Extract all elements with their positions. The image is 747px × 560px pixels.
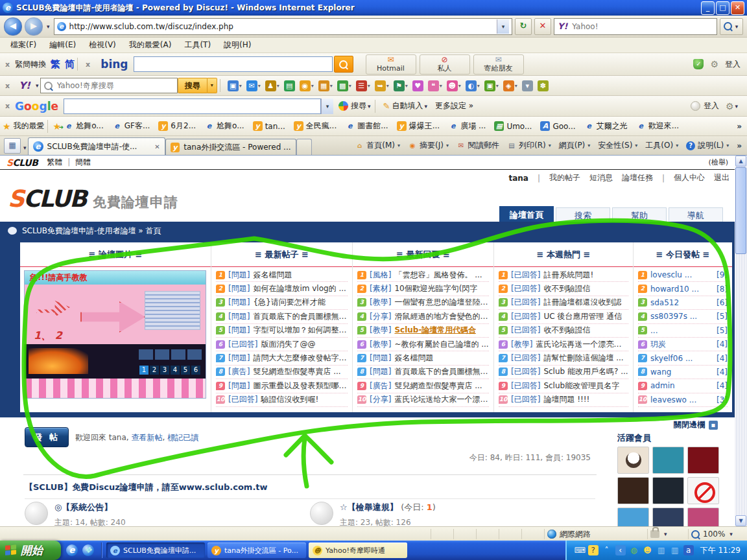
toolbar-icon[interactable]: ◈▾ bbox=[503, 80, 517, 91]
poster-name[interactable]: admin bbox=[650, 381, 675, 390]
command-dropdown-icon[interactable]: ▾ bbox=[635, 143, 637, 148]
post-title[interactable]: Sclub 能改用戶名嗎? ... bbox=[543, 366, 628, 377]
yahoo-search-box[interactable]: Y! bbox=[554, 18, 717, 35]
search-options-dropdown-icon[interactable]: ▾ bbox=[734, 23, 740, 30]
close-sidebar-control[interactable]: 關閉邊欄 ▪ bbox=[674, 419, 718, 430]
post-title[interactable]: 版面消失了@@ bbox=[261, 339, 315, 350]
command-button[interactable]: ◉摘要(J)▾ bbox=[404, 138, 453, 154]
menu-item[interactable]: 工具(T) bbox=[178, 38, 217, 52]
slideshow-page-button[interactable]: 6 bbox=[191, 366, 200, 375]
post-title[interactable]: 滑鼠經過的地方會變色的 ... bbox=[394, 311, 489, 322]
slideshow-page-button[interactable]: 5 bbox=[181, 366, 190, 375]
yahoo-logo[interactable]: Y! bbox=[15, 80, 34, 91]
command-dropdown-icon[interactable]: ▾ bbox=[397, 143, 400, 148]
board-name[interactable]: 【檢舉違規】 bbox=[348, 502, 398, 512]
my-posts-link[interactable]: 我的帖子 bbox=[549, 172, 580, 183]
new-post-button[interactable]: 發 帖 bbox=[25, 427, 69, 447]
yahoo-logo-dropdown-icon[interactable]: ▾ bbox=[34, 82, 40, 89]
url-dropdown-icon[interactable]: ▾ bbox=[497, 19, 509, 34]
menu-item[interactable]: 檔案(F) bbox=[4, 38, 43, 52]
member-avatar[interactable] bbox=[687, 477, 719, 504]
toolbar-icon[interactable]: ◉▾ bbox=[300, 80, 314, 91]
poster-list-item[interactable]: 10leaveswo ...[3] bbox=[638, 393, 728, 407]
post-list-item[interactable]: 2[素材]10個歡迎光臨字句(閃字 bbox=[357, 282, 489, 296]
refresh-button[interactable]: ↻ bbox=[515, 18, 532, 35]
toolbar-icon-dropdown[interactable]: ▾ bbox=[311, 83, 314, 89]
tab-active[interactable]: e SCLUB免費論壇申請-使... ✕ bbox=[28, 137, 165, 155]
toolbar-icon[interactable]: ▣▾ bbox=[228, 80, 242, 91]
taskbar-window-button[interactable]: ytana外掛交流區 - Po... bbox=[208, 542, 306, 558]
tray-icon[interactable]: ⌨ bbox=[575, 545, 585, 555]
slideshow-page-button[interactable]: 4 bbox=[171, 366, 180, 375]
post-list-item[interactable]: 9[廣告]雙兒網造型假髮專賣店 ... bbox=[357, 379, 489, 393]
zoom-level[interactable]: 100% bbox=[703, 530, 725, 539]
favorite-item[interactable]: AGoo... bbox=[540, 121, 575, 131]
command-dropdown-icon[interactable]: ▾ bbox=[676, 143, 678, 148]
post-list-item[interactable]: 3[教學]一個蠻有意思的論壇登陸 ... bbox=[357, 296, 489, 310]
tab-close-icon[interactable]: ✕ bbox=[154, 143, 160, 150]
close-bing-toolbar-icon[interactable]: x bbox=[80, 60, 95, 69]
quick-launch-icon[interactable]: ❖ bbox=[82, 544, 94, 556]
minimize-button[interactable]: _ bbox=[701, 1, 715, 15]
stop-button[interactable]: ✕ bbox=[534, 18, 551, 35]
command-button[interactable]: ?說明(L)▾ bbox=[682, 138, 733, 154]
protected-mode-dropdown-icon[interactable]: ▾ bbox=[663, 531, 669, 537]
post-title[interactable]: 簽名檔問題 bbox=[394, 353, 433, 364]
tab-list-dropdown-icon[interactable]: ▾ bbox=[22, 145, 28, 151]
toolbar-icon[interactable]: ▾ bbox=[522, 80, 533, 91]
command-button[interactable]: 工具(O)▾ bbox=[641, 138, 682, 154]
poster-list-item[interactable]: 4ss80397s ...[5] bbox=[638, 310, 728, 323]
scroll-down-button[interactable]: ▼ bbox=[735, 515, 746, 526]
poster-name[interactable]: wang bbox=[650, 368, 671, 377]
start-button[interactable]: 開始 bbox=[0, 541, 61, 560]
command-button[interactable]: ✉閱讀郵件 bbox=[453, 138, 503, 154]
poster-list-item[interactable]: 2howard10 ...[8] bbox=[638, 282, 728, 296]
msn-toolbar-button[interactable]: ⊘私人 bbox=[420, 54, 470, 75]
post-list-item[interactable]: 5[已回答]收不到驗證信 bbox=[499, 324, 628, 338]
security-shield-icon[interactable]: ✓ bbox=[693, 59, 704, 69]
lang-traditional-link[interactable]: 繁體 bbox=[47, 158, 62, 167]
post-list-item[interactable]: 9[問題]圖示重疊以及發表類型哪 ... bbox=[216, 379, 348, 393]
breadcrumb[interactable]: SCLUB免費論壇申請-使用者論壇 » 首頁 bbox=[22, 226, 161, 237]
taskbar-window-button[interactable]: ☻Yahoo!奇摩即時通 bbox=[309, 542, 407, 558]
poster-name[interactable]: 玥炭 bbox=[650, 339, 666, 350]
post-list-item[interactable]: 7[已回答]請幫忙刪除這個論壇 ... bbox=[499, 351, 628, 365]
command-dropdown-icon[interactable]: ▾ bbox=[587, 143, 590, 148]
command-button[interactable]: 網頁(P)▾ bbox=[555, 138, 595, 154]
toolbar-icon[interactable]: ☰▾ bbox=[356, 80, 370, 91]
menu-item[interactable]: 我的最愛(A) bbox=[123, 38, 178, 52]
tab-second[interactable]: y tana外掛交流區 - Powered ... bbox=[165, 139, 296, 155]
scroll-up-button[interactable]: ▲ bbox=[735, 156, 746, 167]
favorite-item[interactable]: e廣場 ... bbox=[448, 121, 486, 132]
favorites-star-icon[interactable]: ★ bbox=[3, 121, 11, 132]
msn-toolbar-button[interactable]: ✉Hotmail bbox=[366, 54, 416, 75]
toolbar-icon[interactable]: ▣▾ bbox=[484, 80, 499, 91]
favorite-item[interactable]: ytan... bbox=[253, 121, 285, 131]
post-list-item[interactable]: 2[問題]如何在論壇放im vlog的 ... bbox=[216, 282, 348, 296]
poster-name[interactable]: howard10 ... bbox=[650, 285, 699, 294]
post-list-item[interactable]: 8[已回答]Sclub 能改用戶名嗎? ... bbox=[499, 366, 628, 379]
mark-read-link[interactable]: 標記已讀 bbox=[167, 433, 198, 442]
report-link[interactable]: (檢舉) bbox=[708, 158, 728, 167]
toolbar-icon-dropdown[interactable]: ▾ bbox=[405, 83, 408, 89]
post-list-item[interactable]: 3[已回答]註冊論壇都還沒收到認 bbox=[499, 296, 628, 310]
username[interactable]: tana bbox=[508, 174, 528, 183]
post-list-item[interactable]: 8[廣告]雙兒網造型假髮專賣店 ... bbox=[216, 366, 348, 379]
google-more-settings[interactable]: 更多設定 » bbox=[435, 100, 473, 111]
poster-list-item[interactable]: 8wang[4] bbox=[638, 366, 728, 379]
post-title[interactable]: Sclub-論壇常用代碼合 bbox=[394, 325, 476, 336]
command-overflow-chevron[interactable]: » bbox=[737, 141, 742, 150]
post-title[interactable]: 雙兒網造型假髮專賣店 ... bbox=[253, 366, 340, 377]
post-list-item[interactable]: 10[已回答]驗證信沒收到喔! bbox=[216, 393, 348, 407]
menu-item[interactable]: 說明(H) bbox=[217, 38, 257, 52]
post-list-item[interactable]: 10[分享]蓝氏论坛送给大家一个漂 ... bbox=[357, 393, 489, 407]
toolbar-icon[interactable]: ♥ bbox=[412, 80, 423, 91]
poster-name[interactable]: sda512 bbox=[650, 298, 679, 307]
favorite-item[interactable]: ▦Umo... bbox=[494, 121, 532, 131]
toolbar-icon[interactable]: ▦▾ bbox=[318, 80, 333, 91]
close-google-toolbar-icon[interactable]: x bbox=[0, 102, 15, 110]
yahoo-toolbar-search-box[interactable] bbox=[40, 78, 178, 93]
toolbar-icon-dropdown[interactable]: ▾ bbox=[496, 83, 499, 89]
member-avatar[interactable] bbox=[652, 477, 684, 504]
post-title[interactable]: 如何在論壇放im vlog的 ... bbox=[253, 283, 346, 294]
